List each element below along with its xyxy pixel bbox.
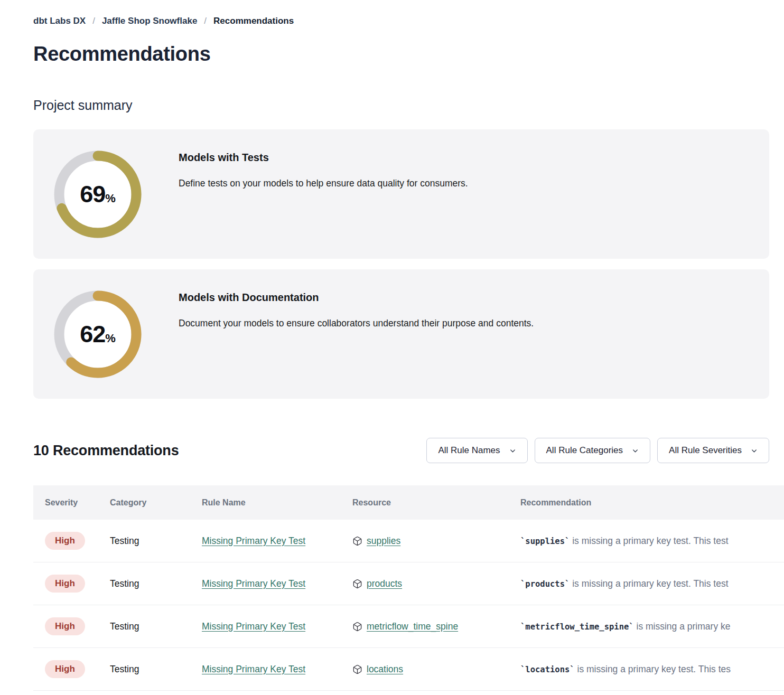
documentation-percent-value: 62 — [80, 321, 105, 348]
breadcrumb-item-project[interactable]: Jaffle Shop Snowflake — [102, 16, 197, 26]
recommendation-code: `metricflow_time_spine` — [520, 622, 634, 632]
col-severity: Severity — [45, 498, 110, 508]
col-resource: Resource — [352, 498, 520, 508]
recommendations-page: dbt Labs DX / Jaffle Shop Snowflake / Re… — [0, 0, 784, 691]
recommendation-code: `products` — [520, 579, 570, 589]
filter-bar: All Rule Names All Rule Categories All R… — [426, 438, 769, 463]
chevron-down-icon — [751, 447, 758, 454]
breadcrumb-separator: / — [204, 16, 207, 26]
tests-percent-unit: % — [105, 192, 116, 205]
recommendation-code: `supplies` — [520, 537, 570, 546]
recommendation-text: is missing a primary key test. This tes — [577, 664, 731, 674]
breadcrumb: dbt Labs DX / Jaffle Shop Snowflake / Re… — [33, 16, 769, 26]
category-cell: Testing — [110, 664, 202, 675]
recommendation-text: is missing a primary key test. This test — [572, 578, 728, 589]
chevron-down-icon — [632, 447, 639, 454]
breadcrumb-item-account[interactable]: dbt Labs DX — [33, 16, 86, 26]
recommendation-code: `locations` — [520, 665, 575, 674]
rule-name-link[interactable]: Missing Primary Key Test — [202, 664, 305, 674]
col-rule-name: Rule Name — [202, 498, 352, 508]
category-cell: Testing — [110, 621, 202, 632]
summary-card-models-with-tests: 69% Models with Tests Define tests on yo… — [33, 129, 769, 259]
breadcrumb-item-current: Recommendations — [213, 16, 294, 26]
project-summary-heading: Project summary — [33, 98, 769, 113]
summary-card-models-with-documentation: 62% Models with Documentation Document y… — [33, 269, 769, 399]
table-row: High Testing Missing Primary Key Test su… — [33, 520, 784, 562]
table-row: High Testing Missing Primary Key Test lo… — [33, 648, 784, 691]
tests-percent-value: 69 — [80, 181, 105, 208]
severity-badge: High — [45, 575, 85, 593]
table-header-row: Severity Category Rule Name Resource Rec… — [33, 485, 784, 520]
filter-rule-severities[interactable]: All Rule Severities — [657, 438, 769, 463]
model-cube-icon — [352, 622, 362, 632]
severity-badge: High — [45, 532, 85, 550]
filter-rule-names-label: All Rule Names — [438, 445, 500, 456]
card-description-models-with-documentation: Document your models to ensure collabora… — [179, 318, 534, 329]
card-title-models-with-tests: Models with Tests — [179, 152, 468, 164]
resource-link[interactable]: products — [367, 578, 402, 589]
col-recommendation: Recommendation — [520, 498, 784, 508]
table-row: High Testing Missing Primary Key Test pr… — [33, 562, 784, 605]
documentation-donut-chart: 62% — [53, 289, 143, 379]
severity-badge: High — [45, 617, 85, 635]
resource-link[interactable]: locations — [367, 664, 403, 675]
tests-donut-chart: 69% — [53, 149, 143, 239]
recommendation-text: is missing a primary ke — [637, 621, 731, 632]
rule-name-link[interactable]: Missing Primary Key Test — [202, 536, 305, 546]
filter-rule-severities-label: All Rule Severities — [669, 445, 742, 456]
model-cube-icon — [352, 664, 362, 674]
rule-name-link[interactable]: Missing Primary Key Test — [202, 578, 305, 589]
filter-rule-categories[interactable]: All Rule Categories — [535, 438, 651, 463]
severity-badge: High — [45, 660, 85, 678]
rule-name-link[interactable]: Missing Primary Key Test — [202, 621, 305, 632]
filter-rule-names[interactable]: All Rule Names — [426, 438, 527, 463]
model-cube-icon — [352, 536, 362, 546]
page-title: Recommendations — [33, 43, 769, 65]
breadcrumb-separator: / — [92, 16, 95, 26]
category-cell: Testing — [110, 578, 202, 589]
table-row: High Testing Missing Primary Key Test me… — [33, 605, 784, 648]
category-cell: Testing — [110, 536, 202, 547]
card-title-models-with-documentation: Models with Documentation — [179, 292, 534, 304]
resource-link[interactable]: supplies — [367, 536, 400, 547]
resource-link[interactable]: metricflow_time_spine — [367, 621, 458, 632]
col-category: Category — [110, 498, 202, 508]
recommendations-count-heading: 10 Recommendations — [33, 443, 179, 459]
recommendation-text: is missing a primary key test. This test — [572, 536, 728, 546]
filter-rule-categories-label: All Rule Categories — [546, 445, 623, 456]
card-description-models-with-tests: Define tests on your models to help ensu… — [179, 178, 468, 189]
recommendations-table: Severity Category Rule Name Resource Rec… — [33, 485, 784, 691]
chevron-down-icon — [509, 447, 516, 454]
model-cube-icon — [352, 579, 362, 589]
documentation-percent-unit: % — [105, 332, 116, 345]
